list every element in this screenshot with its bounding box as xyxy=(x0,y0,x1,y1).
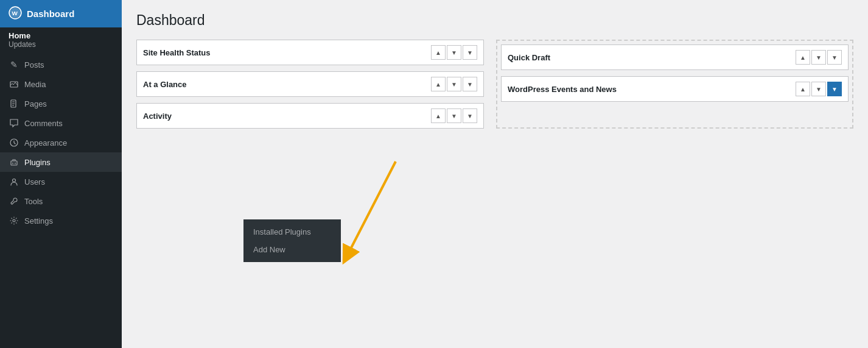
users-icon xyxy=(9,176,19,187)
sidebar-nav: ✎ Posts Media Pages Comments xyxy=(0,50,122,235)
sidebar-item-posts[interactable]: ✎ Posts xyxy=(0,55,122,74)
widget-quick-draft-toggle[interactable]: ▼ xyxy=(827,50,842,65)
sidebar-item-appearance[interactable]: Appearance xyxy=(0,133,122,152)
sidebar-item-tools[interactable]: Tools xyxy=(0,191,122,211)
widget-site-health-toggle[interactable]: ▼ xyxy=(463,45,477,60)
sidebar-item-appearance-label: Appearance xyxy=(24,138,67,147)
widget-quick-draft-up[interactable]: ▲ xyxy=(796,50,810,65)
home-group: Home Updates xyxy=(0,27,122,50)
plugins-icon xyxy=(9,157,19,168)
sidebar-item-media-label: Media xyxy=(24,80,46,89)
widget-at-a-glance-down[interactable]: ▼ xyxy=(447,77,461,91)
dashboard-grid: Site Health Status ▲ ▼ ▼ At a Glance ▲ ▼… xyxy=(136,40,853,129)
settings-icon xyxy=(9,215,19,226)
widget-activity-toggle[interactable]: ▼ xyxy=(463,108,477,123)
tools-icon xyxy=(9,196,19,207)
sidebar-item-settings-label: Settings xyxy=(24,216,53,225)
widget-site-health-title: Site Health Status xyxy=(143,48,211,57)
widget-site-health-down[interactable]: ▼ xyxy=(447,45,461,60)
widget-quick-draft: Quick Draft ▲ ▼ ▼ xyxy=(501,44,849,70)
widget-wp-events-up[interactable]: ▲ xyxy=(796,82,810,96)
main-content: Dashboard Site Health Status ▲ ▼ ▼ At a … xyxy=(122,0,868,348)
sidebar-item-pages-label: Pages xyxy=(24,99,47,108)
widget-site-health-up[interactable]: ▲ xyxy=(431,45,446,60)
posts-icon: ✎ xyxy=(9,59,19,70)
media-icon xyxy=(9,79,19,90)
widget-wp-events: WordPress Events and News ▲ ▼ ▼ xyxy=(501,76,849,102)
widget-at-a-glance: At a Glance ▲ ▼ ▼ xyxy=(136,71,484,97)
widget-activity-up[interactable]: ▲ xyxy=(431,108,446,123)
plugins-submenu-add-new[interactable]: Add New xyxy=(243,241,341,258)
widget-at-a-glance-controls: ▲ ▼ ▼ xyxy=(431,77,477,91)
plugins-submenu: Installed Plugins Add New xyxy=(243,219,341,262)
comments-icon xyxy=(9,118,19,129)
sidebar-item-pages[interactable]: Pages xyxy=(0,94,122,113)
home-label: Home xyxy=(9,31,113,40)
svg-text:W: W xyxy=(12,10,18,16)
widget-activity-title: Activity xyxy=(143,112,172,121)
widget-at-a-glance-up[interactable]: ▲ xyxy=(431,77,446,91)
dashboard-col-left: Site Health Status ▲ ▼ ▼ At a Glance ▲ ▼… xyxy=(136,40,484,129)
sidebar-item-posts-label: Posts xyxy=(24,60,44,69)
sidebar-item-users[interactable]: Users xyxy=(0,172,122,191)
widget-site-health: Site Health Status ▲ ▼ ▼ xyxy=(136,40,484,65)
widget-wp-events-controls: ▲ ▼ ▼ xyxy=(796,82,842,96)
sidebar-item-users-label: Users xyxy=(24,177,45,186)
wp-logo-icon: W xyxy=(9,6,22,21)
widget-quick-draft-controls: ▲ ▼ ▼ xyxy=(796,50,842,65)
widget-wp-events-toggle[interactable]: ▼ xyxy=(827,82,842,96)
page-title: Dashboard xyxy=(136,12,853,29)
sidebar-item-tools-label: Tools xyxy=(24,197,43,206)
widget-site-health-controls: ▲ ▼ ▼ xyxy=(431,45,477,60)
widget-wp-events-down[interactable]: ▼ xyxy=(811,82,826,96)
widget-activity-down[interactable]: ▼ xyxy=(447,108,461,123)
pages-icon xyxy=(9,98,19,109)
widget-wp-events-title: WordPress Events and News xyxy=(508,85,617,94)
dashboard-col-right: Quick Draft ▲ ▼ ▼ WordPress Events and N… xyxy=(496,40,853,129)
sidebar: W Dashboard Home Updates ✎ Posts Media P… xyxy=(0,0,122,348)
updates-link[interactable]: Updates xyxy=(9,40,113,49)
sidebar-header-label: Dashboard xyxy=(27,9,74,19)
appearance-icon xyxy=(9,137,19,148)
sidebar-item-plugins[interactable]: Plugins xyxy=(0,152,122,172)
sidebar-item-media[interactable]: Media xyxy=(0,74,122,94)
svg-point-11 xyxy=(13,219,15,222)
widget-activity-controls: ▲ ▼ ▼ xyxy=(431,108,477,123)
sidebar-item-comments[interactable]: Comments xyxy=(0,113,122,133)
widget-quick-draft-title: Quick Draft xyxy=(508,53,550,62)
widget-activity: Activity ▲ ▼ ▼ xyxy=(136,103,484,129)
sidebar-header[interactable]: W Dashboard xyxy=(0,0,122,27)
svg-rect-7 xyxy=(11,161,17,165)
widget-at-a-glance-toggle[interactable]: ▼ xyxy=(463,77,477,91)
widget-at-a-glance-title: At a Glance xyxy=(143,80,187,89)
plugins-submenu-installed[interactable]: Installed Plugins xyxy=(243,223,341,241)
sidebar-item-comments-label: Comments xyxy=(24,119,63,128)
widget-quick-draft-down[interactable]: ▼ xyxy=(811,50,826,65)
sidebar-item-plugins-label: Plugins xyxy=(24,158,51,167)
svg-point-10 xyxy=(13,179,16,182)
svg-line-12 xyxy=(347,162,396,256)
sidebar-item-settings[interactable]: Settings xyxy=(0,211,122,230)
